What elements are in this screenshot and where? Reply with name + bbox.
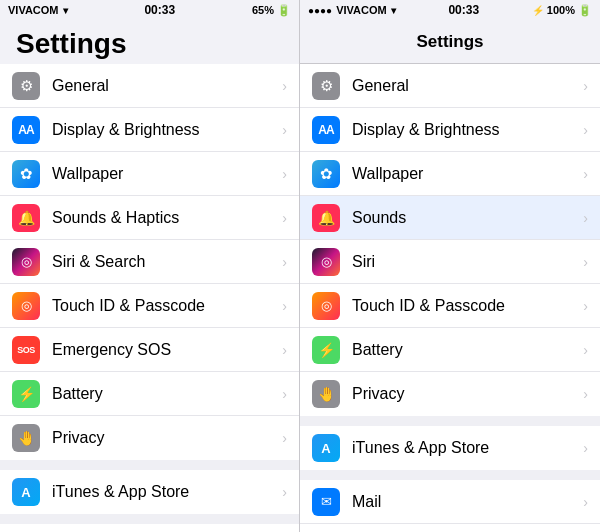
right-charge-icon: ⚡ [532, 5, 544, 16]
right-section-1: ⚙ General › AA Display & Brightness › ✿ … [300, 64, 600, 416]
wallpaper-icon: ✿ [12, 160, 40, 188]
right-battery-icon: 🔋 [578, 4, 592, 17]
right-item-general[interactable]: ⚙ General › [300, 64, 600, 108]
left-carrier: VIVACOM [8, 4, 59, 16]
r-privacy-chevron: › [583, 386, 588, 402]
itunes-icon: A [12, 478, 40, 506]
r-general-chevron: › [583, 78, 588, 94]
display-icon: AA [12, 116, 40, 144]
left-time: 00:33 [144, 3, 175, 17]
left-item-itunes[interactable]: A iTunes & App Store › [0, 470, 299, 514]
r-wallpaper-chevron: › [583, 166, 588, 182]
wallpaper-chevron: › [282, 166, 287, 182]
wallpaper-label: Wallpaper [52, 165, 278, 183]
right-status-bar: ●●●● VIVACOM ▾ 00:33 ⚡ 100% 🔋 [300, 0, 600, 20]
itunes-label: iTunes & App Store [52, 483, 278, 501]
siri-chevron: › [282, 254, 287, 270]
left-wifi-icon: ▾ [63, 5, 68, 16]
r-battery-chevron: › [583, 342, 588, 358]
left-item-display[interactable]: AA Display & Brightness › [0, 108, 299, 152]
right-item-display[interactable]: AA Display & Brightness › [300, 108, 600, 152]
right-settings-list: ⚙ General › AA Display & Brightness › ✿ … [300, 64, 600, 532]
right-item-itunes[interactable]: A iTunes & App Store › [300, 426, 600, 470]
right-gap-1 [300, 416, 600, 426]
right-item-contacts[interactable]: 👤 Contacts › [300, 524, 600, 532]
right-battery-pct: 100% [547, 4, 575, 16]
r-battery-label: Battery [352, 341, 579, 359]
r-privacy-label: Privacy [352, 385, 579, 403]
r-privacy-icon: 🤚 [312, 380, 340, 408]
right-nav-title: Settings [300, 20, 600, 64]
left-item-wallpaper[interactable]: ✿ Wallpaper › [0, 152, 299, 196]
privacy-label: Privacy [52, 429, 278, 447]
siri-icon: ◎ [12, 248, 40, 276]
r-mail-label: Mail [352, 493, 579, 511]
r-mail-chevron: › [583, 494, 588, 510]
emergency-chevron: › [282, 342, 287, 358]
sounds-chevron: › [282, 210, 287, 226]
r-siri-label: Siri [352, 253, 579, 271]
r-display-chevron: › [583, 122, 588, 138]
right-item-siri[interactable]: ◎ Siri › [300, 240, 600, 284]
general-icon: ⚙ [12, 72, 40, 100]
itunes-chevron: › [282, 484, 287, 500]
display-chevron: › [282, 122, 287, 138]
right-wifi-icon: ▾ [391, 5, 396, 16]
r-wallpaper-label: Wallpaper [352, 165, 579, 183]
left-item-accounts[interactable]: 🔑 Accounts & Passwords › [0, 524, 299, 532]
emergency-label: Emergency SOS [52, 341, 278, 359]
r-sounds-chevron: › [583, 210, 588, 226]
left-section-1: ⚙ General › AA Display & Brightness › ✿ … [0, 64, 299, 460]
left-item-emergency[interactable]: SOS Emergency SOS › [0, 328, 299, 372]
right-item-privacy[interactable]: 🤚 Privacy › [300, 372, 600, 416]
r-siri-icon: ◎ [312, 248, 340, 276]
r-siri-chevron: › [583, 254, 588, 270]
touchid-icon: ◎ [12, 292, 40, 320]
left-section-3: 🔑 Accounts & Passwords › ✉ Mail › 👤 Cont… [0, 524, 299, 532]
left-panel: VIVACOM ▾ 00:33 65% 🔋 Settings ⚙ General… [0, 0, 300, 532]
right-section-3: ✉ Mail › 👤 Contacts › 📅 Calendar › 📝 Not… [300, 480, 600, 532]
left-settings-list: ⚙ General › AA Display & Brightness › ✿ … [0, 64, 299, 532]
left-status-left: VIVACOM ▾ [8, 4, 68, 16]
sounds-icon: 🔔 [12, 204, 40, 232]
right-item-sounds[interactable]: 🔔 Sounds › [300, 196, 600, 240]
r-touchid-label: Touch ID & Passcode [352, 297, 579, 315]
left-battery-pct: 65% [252, 4, 274, 16]
right-gap-2 [300, 470, 600, 480]
r-wallpaper-icon: ✿ [312, 160, 340, 188]
right-item-touchid[interactable]: ◎ Touch ID & Passcode › [300, 284, 600, 328]
general-label: General [52, 77, 278, 95]
r-itunes-icon: A [312, 434, 340, 462]
right-item-battery[interactable]: ⚡ Battery › [300, 328, 600, 372]
privacy-icon: 🤚 [12, 424, 40, 452]
right-item-wallpaper[interactable]: ✿ Wallpaper › [300, 152, 600, 196]
r-display-icon: AA [312, 116, 340, 144]
right-status-left: ●●●● VIVACOM ▾ [308, 4, 396, 16]
general-chevron: › [282, 78, 287, 94]
left-item-touchid[interactable]: ◎ Touch ID & Passcode › [0, 284, 299, 328]
right-status-right: ⚡ 100% 🔋 [532, 4, 592, 17]
siri-label: Siri & Search [52, 253, 278, 271]
left-item-siri[interactable]: ◎ Siri & Search › [0, 240, 299, 284]
left-section-2: A iTunes & App Store › [0, 470, 299, 514]
left-battery-icon: 🔋 [277, 4, 291, 17]
r-sounds-label: Sounds [352, 209, 579, 227]
battery-chevron: › [282, 386, 287, 402]
left-item-sounds[interactable]: 🔔 Sounds & Haptics › [0, 196, 299, 240]
left-gap-2 [0, 514, 299, 524]
battery-icon-item: ⚡ [12, 380, 40, 408]
right-time: 00:33 [448, 3, 479, 17]
r-battery-icon: ⚡ [312, 336, 340, 364]
left-gap-1 [0, 460, 299, 470]
left-item-privacy[interactable]: 🤚 Privacy › [0, 416, 299, 460]
right-item-mail[interactable]: ✉ Mail › [300, 480, 600, 524]
right-signal-icon: ●●●● [308, 5, 332, 16]
left-item-general[interactable]: ⚙ General › [0, 64, 299, 108]
display-label: Display & Brightness [52, 121, 278, 139]
left-status-bar: VIVACOM ▾ 00:33 65% 🔋 [0, 0, 299, 20]
touchid-chevron: › [282, 298, 287, 314]
left-item-battery[interactable]: ⚡ Battery › [0, 372, 299, 416]
left-status-right: 65% 🔋 [252, 4, 291, 17]
sounds-label: Sounds & Haptics [52, 209, 278, 227]
r-touchid-icon: ◎ [312, 292, 340, 320]
